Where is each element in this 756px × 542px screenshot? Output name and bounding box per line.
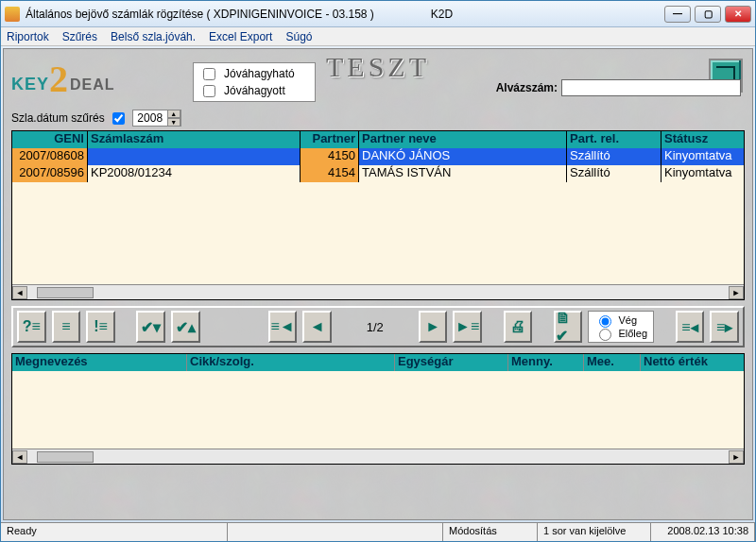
col-megnevezes[interactable]: Megnevezés xyxy=(12,354,187,371)
filter-checkbox[interactable] xyxy=(112,112,125,125)
print-button[interactable]: 🖨 xyxy=(504,311,533,343)
alvazszam-label: Alvázszám: xyxy=(496,81,558,94)
status-selection: 1 sor van kijelölve xyxy=(538,523,651,541)
close-button[interactable]: ✕ xyxy=(725,6,751,23)
app-icon xyxy=(5,7,20,22)
col-menny[interactable]: Menny. xyxy=(508,354,584,371)
menu-riportok[interactable]: Riportok xyxy=(7,30,49,43)
year-spinner[interactable]: ▲▼ xyxy=(132,110,181,127)
col-geni[interactable]: GENI xyxy=(12,131,88,148)
col-cikk[interactable]: Cikk/szolg. xyxy=(187,354,395,371)
alvazszam-input[interactable] xyxy=(561,79,741,96)
page-indicator: 1/2 xyxy=(337,320,413,334)
warn-list-button[interactable]: !≡ xyxy=(86,311,115,343)
header-row: KEY2DEAL TESZT Jóváhagyható Jóváhagyott … xyxy=(4,49,752,106)
status-datetime: 2008.02.13 10:38 xyxy=(651,523,755,541)
scroll-left-icon[interactable]: ◄ xyxy=(12,286,27,299)
maximize-button[interactable]: ▢ xyxy=(695,6,721,23)
grid-row[interactable]: 2007/08596 KP2008/01234 4154 TAMÁS ISTVÁ… xyxy=(12,165,744,182)
approve-down-button[interactable]: ✔▾ xyxy=(136,311,165,343)
approval-checkbox-group: Jóváhagyható Jóváhagyott xyxy=(193,62,316,102)
invoice-grid: GENI Számlaszám Partner Partner neve Par… xyxy=(11,130,745,300)
menu-excel[interactable]: Excel Export xyxy=(209,30,272,43)
scroll-thumb[interactable] xyxy=(37,287,94,298)
col-part-rel[interactable]: Part. rel. xyxy=(567,131,662,148)
col-netto[interactable]: Nettó érték xyxy=(641,354,744,371)
grid-header: GENI Számlaszám Partner Partner neve Par… xyxy=(12,131,744,148)
col-szamlaszam[interactable]: Számlaszám xyxy=(88,131,301,148)
col-statusz[interactable]: Státusz xyxy=(662,131,744,148)
chk-jovahagyhato[interactable]: Jóváhagyható xyxy=(199,65,309,82)
col-partner-neve[interactable]: Partner neve xyxy=(359,131,567,148)
filter-row: Szla.dátum szűrés ▲▼ xyxy=(4,106,752,130)
client-area: KEY2DEAL TESZT Jóváhagyható Jóváhagyott … xyxy=(3,48,753,520)
grid-row[interactable]: 2007/08608 4150 DANKÓ JÁNOS Szállító Kin… xyxy=(12,148,744,165)
spin-down-icon[interactable]: ▼ xyxy=(167,118,180,127)
col-mee[interactable]: Mee. xyxy=(584,354,641,371)
alvazszam-group: Alvázszám: xyxy=(496,79,741,96)
prev-page-button[interactable]: ◄ xyxy=(302,311,332,343)
watermark-teszt: TESZT xyxy=(326,51,430,83)
menu-sugo[interactable]: Súgó xyxy=(285,30,312,43)
statusbar: Ready Módosítás 1 sor van kijelölve 2008… xyxy=(1,522,755,541)
export-right-button[interactable]: ≡▸ xyxy=(710,311,739,343)
middle-toolbar: ?≡ ≡ !≡ ✔▾ ✔▴ ≡◄ ◄ 1/2 ► ►≡ 🖨 🗎✔ Vég Elő… xyxy=(11,306,745,347)
spin-up-icon[interactable]: ▲ xyxy=(167,110,180,118)
next-page-button[interactable]: ► xyxy=(419,311,448,343)
scroll-thumb[interactable] xyxy=(37,451,94,463)
scroll-left-icon[interactable]: ◄ xyxy=(12,450,27,464)
menu-szures[interactable]: Szűrés xyxy=(62,30,97,43)
filter-label: Szla.dátum szűrés xyxy=(11,111,105,125)
menubar: Riportok Szűrés Belső szla.jóváh. Excel … xyxy=(1,27,755,46)
col-partner[interactable]: Partner xyxy=(301,131,359,148)
scroll-right-icon[interactable]: ► xyxy=(729,286,744,299)
radio-eloleg[interactable]: Előleg xyxy=(594,327,647,340)
year-input[interactable] xyxy=(133,110,167,126)
col-egysegar[interactable]: Egységár xyxy=(395,354,508,371)
detail-hscrollbar[interactable]: ◄ ► xyxy=(12,449,744,464)
menu-belso[interactable]: Belső szla.jóváh. xyxy=(111,30,196,43)
status-modositas: Módosítás xyxy=(443,523,538,541)
veg-eloleg-radio-group: Vég Előleg xyxy=(588,311,654,343)
status-ready: Ready xyxy=(1,523,228,541)
doc-check-button[interactable]: 🗎✔ xyxy=(554,311,583,343)
minimize-button[interactable]: — xyxy=(664,6,691,23)
app-window: Általános bejövő számlák rögzítése ( XDP… xyxy=(0,0,756,542)
approve-up-button[interactable]: ✔▴ xyxy=(171,311,200,343)
window-title: Általános bejövő számlák rögzítése ( XDP… xyxy=(26,8,374,21)
export-left-button[interactable]: ≡◂ xyxy=(676,311,705,343)
titlebar: Általános bejövő számlák rögzítése ( XDP… xyxy=(1,1,755,27)
first-page-button[interactable]: ≡◄ xyxy=(268,311,298,343)
grid-hscrollbar[interactable]: ◄ ► xyxy=(12,284,744,299)
detail-grid: Megnevezés Cikk/szolg. Egységár Menny. M… xyxy=(11,353,745,465)
detail-grid-header: Megnevezés Cikk/szolg. Egységár Menny. M… xyxy=(12,354,744,371)
last-page-button[interactable]: ►≡ xyxy=(453,311,482,343)
scroll-right-icon[interactable]: ► xyxy=(729,450,744,464)
key2deal-logo: KEY2DEAL xyxy=(11,68,115,101)
chk-jovahagyott[interactable]: Jóváhagyott xyxy=(199,82,309,99)
help-button[interactable]: ?≡ xyxy=(17,311,46,343)
radio-veg[interactable]: Vég xyxy=(594,313,647,327)
app-brand: K2D xyxy=(431,8,453,21)
list-button[interactable]: ≡ xyxy=(52,311,81,343)
